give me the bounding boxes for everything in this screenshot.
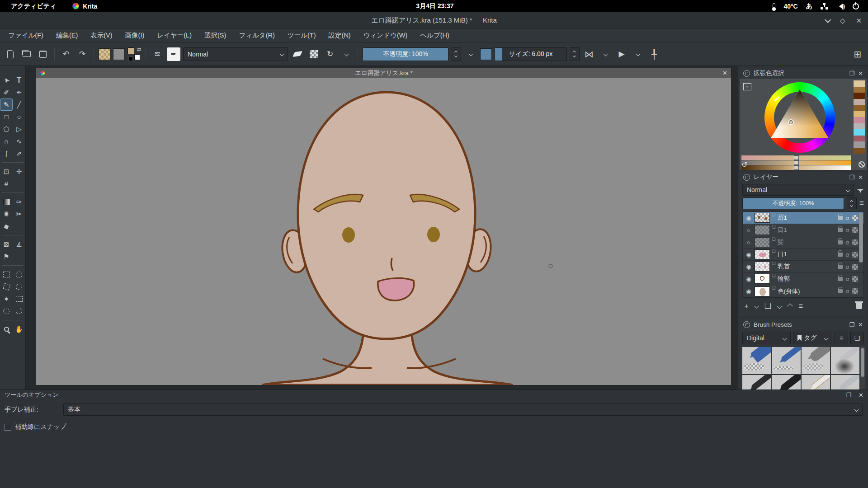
strip-handle[interactable] xyxy=(794,155,799,160)
inherit-alpha-icon[interactable] xyxy=(852,239,858,245)
tool-calligraphy[interactable]: ✒ xyxy=(13,86,25,99)
history-swatch[interactable] xyxy=(854,136,865,142)
brush-preset-airbrush[interactable] xyxy=(802,347,830,374)
history-swatch[interactable] xyxy=(854,105,865,111)
lock-icon[interactable] xyxy=(838,253,843,257)
tool-polygon-select[interactable] xyxy=(0,281,13,293)
visibility-eye-icon[interactable]: ◉ xyxy=(743,263,755,270)
canvas-tab[interactable]: エロ蹲踞アリス.kra * ✕ xyxy=(36,68,731,78)
tool-gradient[interactable] xyxy=(0,196,13,208)
history-swatch[interactable] xyxy=(854,80,865,87)
tool-reference-images[interactable]: ⚑ xyxy=(0,250,13,263)
duplicate-layer-button[interactable]: ❏ xyxy=(764,301,771,311)
menu-settings[interactable]: 設定(N) xyxy=(322,29,357,42)
tool-fill[interactable]: ◆ xyxy=(0,220,13,232)
open-document-button[interactable] xyxy=(20,47,33,61)
tool-rect-select[interactable] xyxy=(0,268,13,281)
new-document-button[interactable] xyxy=(4,47,17,61)
tool-similar-select[interactable]: ✶ xyxy=(0,293,13,305)
layer-row[interactable]: ◉ ❏ 口1 α xyxy=(743,249,863,261)
tool-pattern-edit[interactable]: ✺ xyxy=(0,208,13,220)
add-layer-options[interactable] xyxy=(754,304,759,309)
tool-transform[interactable]: ⊡ xyxy=(0,165,13,178)
visibility-eye-icon[interactable]: ◉ xyxy=(743,276,755,282)
alpha-lock-icon[interactable]: α xyxy=(846,263,849,270)
tool-line[interactable]: ╱ xyxy=(13,99,25,111)
tool-rectangle[interactable]: □ xyxy=(0,111,13,123)
visibility-eye-icon[interactable]: ◉ xyxy=(743,215,755,221)
activities-button[interactable]: アクティビティ xyxy=(11,2,56,10)
tag-dropdown[interactable]: タグ xyxy=(793,332,832,344)
brush-size-indicator[interactable] xyxy=(480,48,492,60)
inherit-alpha-icon[interactable] xyxy=(852,276,858,282)
tool-ellipse-select[interactable] xyxy=(13,268,25,281)
history-swatch[interactable] xyxy=(854,93,865,99)
menu-select[interactable]: 選択(S) xyxy=(198,29,232,42)
brush-preset-multipen[interactable] xyxy=(831,347,859,374)
menu-help[interactable]: ヘルプ(H) xyxy=(414,29,456,42)
tool-edit-shapes[interactable]: ✐ xyxy=(0,86,13,99)
power-icon[interactable] xyxy=(853,3,859,9)
close-docker-icon[interactable]: ✕ xyxy=(858,174,863,181)
undo-button[interactable]: ↶ xyxy=(59,47,73,61)
wrap-around-mode-button[interactable]: ╀ xyxy=(647,47,661,61)
tool-text[interactable]: T xyxy=(13,74,25,86)
tool-multibrush[interactable]: ⇗ xyxy=(13,147,25,160)
no-color-icon[interactable] xyxy=(859,161,865,168)
tool-move[interactable]: ✛ xyxy=(13,165,25,178)
brush-preset-eraser-pen[interactable] xyxy=(772,347,800,374)
layer-list-scrollbar[interactable] xyxy=(859,213,863,263)
canvas[interactable] xyxy=(36,78,731,385)
float-docker-icon[interactable]: ❐ xyxy=(849,321,854,328)
app-indicator[interactable]: Krita xyxy=(72,3,97,10)
network-icon[interactable] xyxy=(821,3,828,9)
tool-freehand-brush[interactable]: ✎ xyxy=(0,99,13,111)
presets-display-button[interactable]: ❏ xyxy=(850,332,864,344)
mirror-vertical-button[interactable]: ▶ xyxy=(615,47,628,61)
layer-options-menu-icon[interactable]: ≡ xyxy=(859,199,864,208)
layer-properties-button[interactable]: ≡ xyxy=(798,302,803,311)
delete-layer-button[interactable] xyxy=(856,303,862,309)
inherit-alpha-icon[interactable] xyxy=(852,288,858,294)
blend-mode-dropdown[interactable]: Normal xyxy=(183,47,288,61)
tool-polygon[interactable]: ⬠ xyxy=(0,123,13,135)
add-layer-button[interactable]: + xyxy=(744,302,749,311)
close-docker-icon[interactable]: ✕ xyxy=(858,321,863,328)
color-selector-settings-button[interactable]: ≡ xyxy=(743,83,751,90)
layer-filter-icon[interactable] xyxy=(857,189,864,192)
presets-view-menu-button[interactable]: ≡ xyxy=(835,332,848,344)
preserve-alpha-button[interactable] xyxy=(307,47,321,61)
tool-pointer[interactable]: ➤ xyxy=(0,74,13,86)
menu-view[interactable]: 表示(V) xyxy=(84,29,118,42)
tool-measure[interactable]: ∡ xyxy=(13,238,25,250)
alpha-lock-icon[interactable]: α xyxy=(846,239,849,246)
edit-brush-settings-button[interactable]: ✒ xyxy=(167,47,180,61)
refresh-colors-icon[interactable]: ↺ xyxy=(741,160,747,169)
gradient-chooser[interactable] xyxy=(99,48,110,60)
tool-freehand-select[interactable] xyxy=(13,281,25,293)
docker-lock-icon[interactable] xyxy=(743,321,750,328)
layer-row[interactable]: ◉ ❏ 輪郭 α xyxy=(743,273,863,285)
opacity-spinner[interactable] xyxy=(451,47,461,61)
inherit-alpha-icon[interactable] xyxy=(852,227,858,233)
mirror-horizontal-button[interactable]: ⋈ xyxy=(582,47,596,61)
inherit-alpha-icon[interactable] xyxy=(852,252,858,258)
eraser-mode-button[interactable] xyxy=(291,47,304,61)
visibility-eye-icon[interactable]: ○ xyxy=(743,239,755,246)
tool-bezier-select[interactable] xyxy=(0,305,13,317)
tool-ellipse[interactable]: ○ xyxy=(13,111,25,123)
redo-button[interactable]: ↷ xyxy=(75,47,89,61)
fg-bg-color-chooser[interactable]: ⇄ xyxy=(127,47,141,61)
history-swatch[interactable] xyxy=(854,123,865,130)
close-docker-icon[interactable]: ✕ xyxy=(859,392,863,399)
snap-assistants-checkbox[interactable] xyxy=(5,424,11,431)
visibility-eye-icon[interactable]: ◉ xyxy=(743,288,755,295)
history-swatch[interactable] xyxy=(854,148,865,154)
tool-bezier-curve[interactable]: ∩ xyxy=(0,135,13,147)
mirror-vertical-options[interactable] xyxy=(631,47,645,61)
opacity-slider[interactable]: 不透明度: 100% xyxy=(363,47,448,61)
menu-tools[interactable]: ツール(T) xyxy=(281,29,322,42)
reload-dropdown-button[interactable] xyxy=(340,47,353,61)
brush-preset-eraser-soft[interactable] xyxy=(742,347,771,374)
menu-layer[interactable]: レイヤー(L) xyxy=(151,29,198,42)
